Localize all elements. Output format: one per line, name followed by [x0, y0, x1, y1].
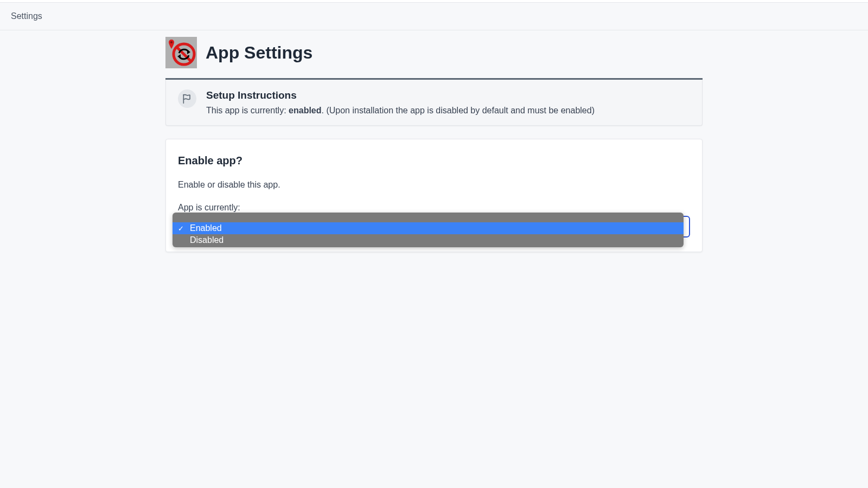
app-logo [165, 37, 197, 68]
enable-app-title: Enable app? [178, 155, 690, 167]
setup-instructions-desc: This app is currently: enabled. (Upon in… [206, 106, 595, 115]
dropdown-option-enabled[interactable]: Enabled [173, 222, 684, 234]
app-logo-icon [165, 37, 197, 68]
setup-desc-prefix: This app is currently: [206, 106, 289, 115]
page-header: App Settings [165, 37, 703, 80]
enable-app-label: App is currently: [178, 203, 690, 213]
breadcrumb-settings-link[interactable]: Settings [11, 11, 42, 21]
setup-instructions-card: Setup Instructions This app is currently… [165, 80, 703, 126]
setup-status-word: enabled [289, 106, 321, 115]
breadcrumb-bar: Settings [0, 3, 868, 30]
flag-icon [182, 93, 193, 104]
setup-desc-suffix: . (Upon installation the app is disabled… [322, 106, 595, 115]
app-status-dropdown: Enabled Disabled [173, 213, 684, 247]
content-wrapper: App Settings Setup Instructions This app… [165, 30, 703, 252]
setup-text-block: Setup Instructions This app is currently… [206, 89, 595, 115]
page-title: App Settings [206, 43, 312, 63]
setup-instructions-title: Setup Instructions [206, 89, 595, 101]
flag-icon-wrap [178, 89, 196, 108]
svg-marker-3 [187, 50, 190, 54]
enable-app-card: Enable app? Enable or disable this app. … [165, 139, 703, 252]
enable-app-description: Enable or disable this app. [178, 180, 690, 190]
svg-marker-4 [177, 54, 181, 59]
dropdown-option-label: Disabled [190, 235, 224, 245]
dropdown-option-disabled[interactable]: Disabled [173, 234, 684, 246]
svg-point-0 [170, 41, 173, 43]
dropdown-option-label: Enabled [190, 223, 222, 233]
